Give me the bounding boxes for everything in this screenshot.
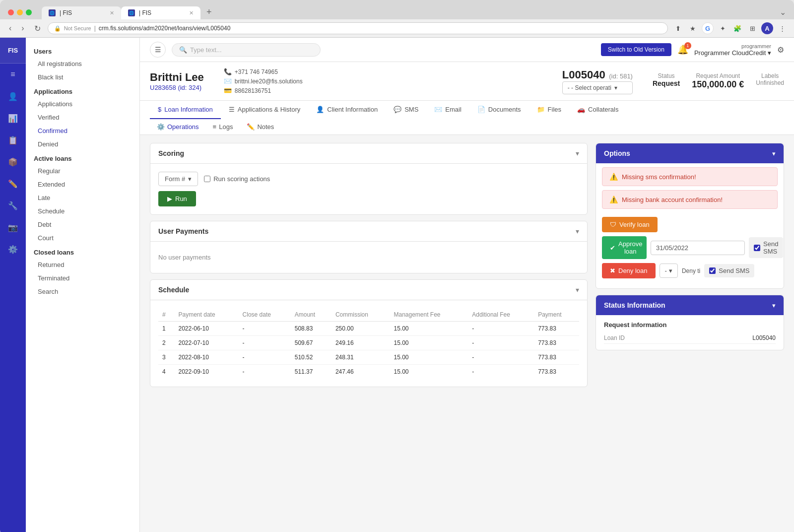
nav-item-schedule[interactable]: Schedule <box>26 204 139 218</box>
sidebar-icon-users[interactable]: 👤 <box>0 85 26 107</box>
sub-tab-operations[interactable]: ⚙️ Operations <box>150 119 206 134</box>
col-additional-fee: Additional Fee <box>468 308 534 322</box>
address-bar[interactable]: 🔒 Not Secure | crm.fis.solutions/adm2020… <box>48 22 668 34</box>
nav-item-terminated[interactable]: Terminated <box>26 271 139 285</box>
run-scoring-checkbox-label[interactable]: Run scoring actions <box>204 175 270 183</box>
tab-collaterals[interactable]: 🚗 Collaterals <box>569 101 626 119</box>
nav-item-all-registrations[interactable]: All registrations <box>26 57 139 70</box>
verify-icon: 🛡 <box>610 221 616 228</box>
sidebar-icon-reports[interactable]: 📋 <box>0 129 26 151</box>
notification-button[interactable]: 🔔 1 <box>677 44 688 55</box>
sidebar-icon-analytics[interactable]: 📊 <box>0 107 26 129</box>
deny-send-sms-checkbox[interactable] <box>709 267 716 274</box>
col-num: # <box>158 308 175 322</box>
nav-item-confirmed[interactable]: Confirmed <box>26 124 139 137</box>
nav-item-applications[interactable]: Applications <box>26 97 139 111</box>
window-controls-icon[interactable]: ⌄ <box>780 7 786 17</box>
col-payment-date: Payment date <box>175 308 239 322</box>
nav-item-extended[interactable]: Extended <box>26 178 139 191</box>
sidebar-icon-camera[interactable]: 📷 <box>0 216 26 238</box>
new-tab-button[interactable]: + <box>202 5 216 19</box>
extensions-icon[interactable]: ✦ <box>717 22 728 34</box>
puzzle-icon[interactable]: 🧩 <box>731 22 743 34</box>
scoring-card-header[interactable]: Scoring ▾ <box>150 143 587 164</box>
tab-loan-information[interactable]: $ Loan Information <box>150 101 221 119</box>
cell-amount: 511.37 <box>291 365 331 379</box>
cell-amount: 510.52 <box>291 350 331 365</box>
schedule-card-header[interactable]: Schedule ▾ <box>150 280 587 300</box>
form-select-button[interactable]: Form # ▾ <box>158 172 198 186</box>
loan-id-block: L005040 (id: 581) - - Select operati ▾ <box>562 68 633 94</box>
profile-icon[interactable]: A <box>761 22 773 34</box>
nav-item-blacklist[interactable]: Black list <box>26 70 139 84</box>
bookmark-icon[interactable]: ★ <box>687 22 699 34</box>
user-info[interactable]: programmer Programmer CloudCredit ▾ <box>694 43 771 57</box>
deny-reason-select[interactable]: - ▾ <box>660 264 678 278</box>
verify-loan-button[interactable]: 🛡 Verify loan <box>602 217 658 232</box>
tab-applications-history[interactable]: ☰ Applications & History <box>221 101 308 119</box>
nav-item-search[interactable]: Search <box>26 285 139 298</box>
tab-documents[interactable]: 📄 Documents <box>469 101 529 119</box>
share-icon[interactable]: ⬆ <box>672 22 684 34</box>
deny-send-sms[interactable]: Send SMS <box>704 264 754 277</box>
user-payments-chevron-icon: ▾ <box>576 227 579 235</box>
loan-operation-select[interactable]: - - Select operati ▾ <box>562 81 633 94</box>
tab-email[interactable]: ✉️ Email <box>426 101 469 119</box>
nav-item-returned[interactable]: Returned <box>26 258 139 271</box>
approve-loan-button[interactable]: ✔ Approve loan <box>602 236 647 259</box>
search-box[interactable]: 🔍 Type text... <box>172 43 321 57</box>
nav-item-late[interactable]: Late <box>26 191 139 204</box>
labels-col: Labels Unfinished <box>756 72 784 90</box>
nav-item-court[interactable]: Court <box>26 231 139 245</box>
cell-additional-fee: - <box>468 322 534 336</box>
nav-item-verified[interactable]: Verified <box>26 111 139 124</box>
operations-subtab-icon: ⚙️ <box>157 123 165 131</box>
tab-close-2[interactable]: ✕ <box>189 10 194 16</box>
nav-item-debt[interactable]: Debt <box>26 218 139 231</box>
tab-sms[interactable]: 💬 SMS <box>386 101 426 119</box>
approve-date-input[interactable] <box>651 241 745 255</box>
maximize-window-button[interactable] <box>26 9 32 15</box>
options-header[interactable]: Options ▾ <box>596 143 784 163</box>
sidebar-icon-edit[interactable]: ✏️ <box>0 173 26 195</box>
hamburger-button[interactable]: ☰ <box>150 42 166 58</box>
cell-num: 4 <box>158 365 175 379</box>
status-info-header[interactable]: Status Information ▾ <box>596 295 784 315</box>
google-icon[interactable]: G <box>702 22 714 34</box>
deny-loan-button[interactable]: ✖ Deny loan <box>602 263 656 278</box>
back-button[interactable]: ‹ <box>6 23 14 34</box>
grid-icon[interactable]: ⊞ <box>746 22 758 34</box>
cell-payment: 773.83 <box>534 336 579 350</box>
sidebar-icon-tools[interactable]: 🔧 <box>0 195 26 216</box>
tab-files[interactable]: 📁 Files <box>529 101 569 119</box>
browser-tab-1[interactable]: 🌐 | FIS ✕ <box>42 6 121 19</box>
run-button[interactable]: ▶ Run <box>158 191 196 206</box>
sub-tab-notes[interactable]: ✏️ Notes <box>240 119 281 134</box>
tab-client-information[interactable]: 👤 Client Information <box>308 101 386 119</box>
close-window-button[interactable] <box>8 9 14 15</box>
sidebar-icon-tasks[interactable]: 📦 <box>0 151 26 173</box>
loan-id-label: Loan ID <box>604 334 625 341</box>
tab-close-1[interactable]: ✕ <box>110 10 114 16</box>
cell-amount: 509.67 <box>291 336 331 350</box>
minimize-window-button[interactable] <box>17 9 23 15</box>
approve-send-sms-checkbox[interactable] <box>754 245 760 251</box>
schedule-card: Schedule ▾ # Payment date Close date <box>150 279 588 387</box>
sidebar-icon-settings[interactable]: ⚙️ <box>0 238 26 260</box>
browser-tab-2[interactable]: 🌐 | FIS ✕ <box>121 6 200 19</box>
settings-icon[interactable]: ⚙ <box>777 45 784 55</box>
user-payments-card-header[interactable]: User Payments ▾ <box>150 221 587 242</box>
run-scoring-checkbox[interactable] <box>204 176 210 182</box>
nav-item-regular[interactable]: Regular <box>26 164 139 178</box>
switch-version-button[interactable]: Switch to Old Version <box>601 43 671 56</box>
sub-tab-logs[interactable]: ≡ Logs <box>206 119 240 134</box>
cell-close-date: - <box>239 336 291 350</box>
deny-select-chevron-icon: ▾ <box>669 267 672 274</box>
options-body: ⚠️ Missing sms confirmation! ⚠️ Missing … <box>596 167 784 288</box>
approve-send-sms[interactable]: Send SMS <box>749 237 783 258</box>
forward-button[interactable]: › <box>18 23 27 34</box>
sidebar-icon-menu[interactable]: ≡ <box>0 64 26 85</box>
menu-icon[interactable]: ⋮ <box>776 22 788 34</box>
nav-item-denied[interactable]: Denied <box>26 137 139 151</box>
refresh-button[interactable]: ↻ <box>31 23 44 34</box>
